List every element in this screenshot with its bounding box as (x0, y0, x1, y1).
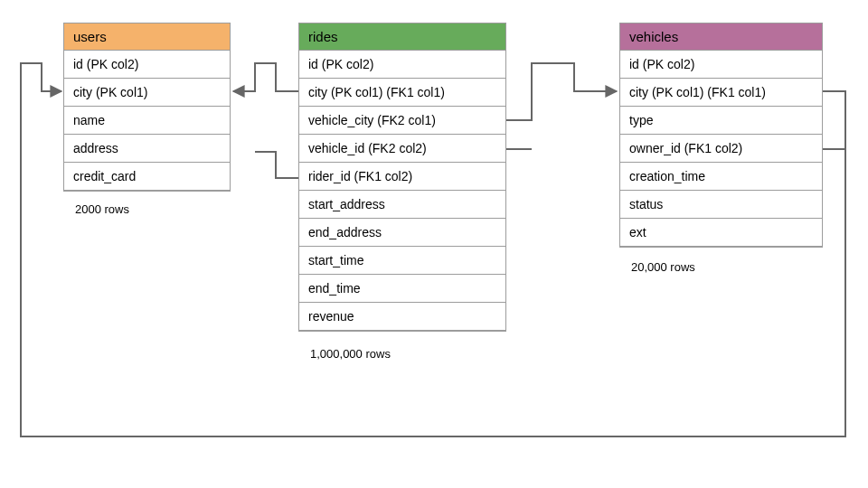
row-count-vehicles: 20,000 rows (631, 260, 695, 274)
table-vehicles: vehicles id (PK col2) city (PK col1) (FK… (619, 23, 823, 248)
table-row: id (PK col2) (299, 51, 505, 79)
table-row: credit_card (64, 163, 230, 191)
table-row: vehicle_id (FK2 col2) (299, 135, 505, 163)
table-row: creation_time (620, 163, 822, 191)
table-vehicles-title: vehicles (620, 23, 822, 51)
table-row: start_time (299, 247, 505, 275)
table-row: end_time (299, 275, 505, 303)
table-row: owner_id (FK1 col2) (620, 135, 822, 163)
row-count-rides: 1,000,000 rows (310, 347, 391, 361)
table-row: ext (620, 219, 822, 247)
table-row: status (620, 191, 822, 219)
table-rides: rides id (PK col2) city (PK col1) (FK1 c… (298, 23, 506, 332)
table-row: city (PK col1) (FK1 col1) (299, 79, 505, 107)
table-row: type (620, 107, 822, 135)
table-row: address (64, 135, 230, 163)
table-row: revenue (299, 303, 505, 331)
table-row: start_address (299, 191, 505, 219)
table-row: rider_id (FK1 col2) (299, 163, 505, 191)
table-users-title: users (64, 23, 230, 51)
table-row: end_address (299, 219, 505, 247)
row-count-users: 2000 rows (75, 202, 129, 216)
table-rides-title: rides (299, 23, 505, 51)
table-row: vehicle_city (FK2 col1) (299, 107, 505, 135)
table-users: users id (PK col2) city (PK col1) name a… (63, 23, 231, 192)
table-row: id (PK col2) (64, 51, 230, 79)
table-row: name (64, 107, 230, 135)
table-row: city (PK col1) (64, 79, 230, 107)
table-row: city (PK col1) (FK1 col1) (620, 79, 822, 107)
table-row: id (PK col2) (620, 51, 822, 79)
